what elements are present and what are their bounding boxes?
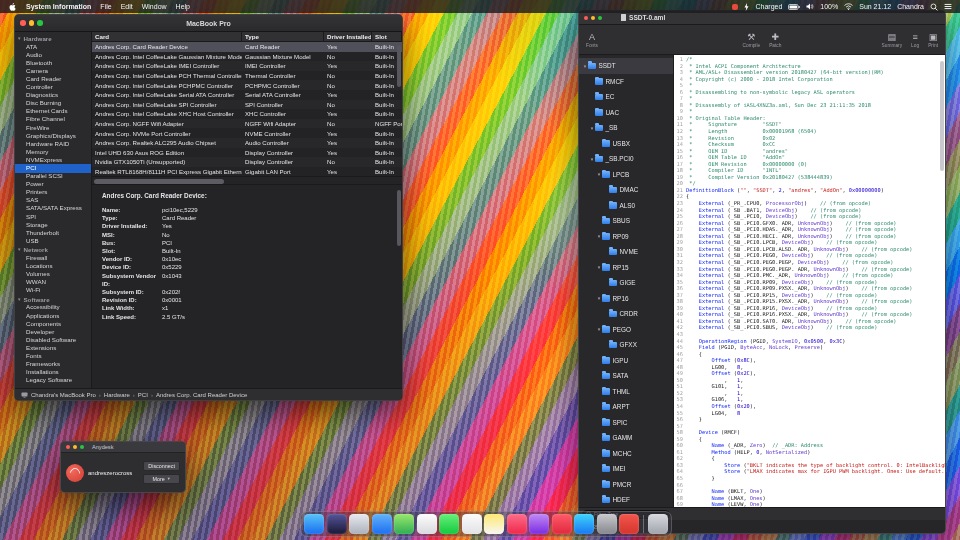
battery-percent-label[interactable]: 100% [820, 3, 838, 10]
battery-status-label[interactable]: Charged [755, 3, 782, 10]
app-menu-title[interactable]: System Information [26, 3, 91, 10]
anydesk-menu-icon[interactable] [732, 4, 738, 10]
sidebar-item-firewall[interactable]: Firewall [15, 254, 91, 262]
table-row[interactable]: Andres Corp. Intel CoffeeLake Serial ATA… [92, 90, 402, 100]
patch-button[interactable]: ✚Patch [769, 32, 781, 48]
dock-icon-notes[interactable] [484, 514, 504, 534]
apple-menu[interactable] [8, 2, 17, 12]
minimize-button[interactable] [73, 445, 77, 449]
sidebar-item-fibre-channel[interactable]: Fibre Channel [15, 116, 91, 124]
notification-center-icon[interactable] [944, 3, 952, 10]
tree-node-ssdt[interactable]: ▾SSDT [579, 58, 673, 74]
sidebar-item-graphics-displays[interactable]: Graphics/Displays [15, 132, 91, 140]
sidebar-item-sas[interactable]: SAS [15, 197, 91, 205]
zoom-button[interactable] [37, 20, 43, 26]
code-editor[interactable]: 1/*2 * Intel ACPI Component Architecture… [674, 55, 945, 507]
code-vertical-scrollbar[interactable] [940, 61, 944, 171]
tree-node-nvme[interactable]: NVME [579, 244, 673, 260]
tree-node-arpt[interactable]: ARPT [579, 399, 673, 415]
scrollbar-thumb[interactable] [94, 179, 224, 184]
sidebar-item-fonts[interactable]: Fonts [15, 352, 91, 360]
sidebar-item-components[interactable]: Components [15, 320, 91, 328]
dock-icon-app-store[interactable] [574, 514, 594, 534]
table-row[interactable]: Andres Corp. Intel CoffeeLake PCH Therma… [92, 71, 402, 81]
dock-icon-siri[interactable] [327, 514, 347, 534]
table-row[interactable]: Intel UHD 630 Asus ROG EditionDisplay Co… [92, 148, 402, 158]
tree-node-gige[interactable]: GIGE [579, 275, 673, 291]
table-row[interactable]: Andres Corp. Intel CoffeeLake PCHPMC Con… [92, 80, 402, 90]
sidebar-item-wwan[interactable]: WWAN [15, 279, 91, 287]
dock-icon-photos[interactable] [417, 514, 437, 534]
tree-node-hdef[interactable]: HDEF [579, 492, 673, 507]
table-row[interactable]: Nvidia GTX1050Ti (Unsupported)Display Co… [92, 157, 402, 167]
tree-node-imei[interactable]: IMEI [579, 461, 673, 477]
zoom-button[interactable] [80, 445, 84, 449]
breadcrumb-item[interactable]: Chandra's MacBook Pro [31, 392, 96, 398]
tree-node-lpcb[interactable]: ▾LPCB [579, 167, 673, 183]
print-button[interactable]: ▣Print [928, 32, 938, 48]
volume-icon[interactable] [806, 3, 814, 10]
sidebar-item-hardware-raid[interactable]: Hardware RAID [15, 140, 91, 148]
sidebar-item-power[interactable]: Power [15, 181, 91, 189]
table-vertical-scrollbar[interactable] [397, 45, 401, 87]
tree-node-sb[interactable]: ▾_SB [579, 120, 673, 136]
sidebar-section-network[interactable]: ▼Network [15, 245, 91, 254]
sidebar-item-usb[interactable]: USB [15, 237, 91, 245]
sidebar-item-storage[interactable]: Storage [15, 221, 91, 229]
sidebar-item-nvmexpress[interactable]: NVMExpress [15, 156, 91, 164]
menu-clock[interactable]: Sun 21.12 [859, 3, 891, 10]
close-button[interactable] [66, 445, 70, 449]
battery-icon[interactable] [788, 4, 800, 10]
sidebar-item-diagnostics[interactable]: Diagnostics [15, 92, 91, 100]
maciasl-titlebar[interactable]: SSDT-0.aml [579, 11, 945, 25]
sidebar-item-accessibility[interactable]: Accessibility [15, 304, 91, 312]
sidebar-item-bluetooth[interactable]: Bluetooth [15, 59, 91, 67]
disconnect-button[interactable]: Disconnect [143, 461, 180, 471]
dock-icon-mail[interactable] [372, 514, 392, 534]
tree-node-pego[interactable]: ▾PEGO [579, 322, 673, 338]
sidebar-item-spi[interactable]: SPI [15, 213, 91, 221]
sidebar-section-hardware[interactable]: ▼Hardware [15, 34, 91, 43]
dock-icon-news[interactable] [552, 514, 572, 534]
sidebar-item-installations[interactable]: Installations [15, 369, 91, 377]
dock-icon-finder[interactable] [304, 514, 324, 534]
sidebar-item-printers[interactable]: Printers [15, 189, 91, 197]
breadcrumb-item[interactable]: PCI [138, 392, 148, 398]
sidebar-item-ata[interactable]: ATA [15, 43, 91, 51]
details-vertical-scrollbar[interactable] [397, 190, 401, 246]
sidebar-item-camera[interactable]: Camera [15, 67, 91, 75]
sidebar-item-applications[interactable]: Applications [15, 312, 91, 320]
tree-node-thml[interactable]: THML [579, 384, 673, 400]
anydesk-titlebar[interactable]: Anydesk [61, 442, 185, 453]
sidebar-item-firewire[interactable]: FireWire [15, 124, 91, 132]
table-row[interactable]: Andres Corp. Card Reader DeviceCard Read… [92, 42, 402, 52]
dock-icon-podcasts[interactable] [529, 514, 549, 534]
tree-node-rmcf[interactable]: RMCF [579, 74, 673, 90]
more-button[interactable]: More ▼ [143, 474, 180, 484]
tree-node-crdr[interactable]: CRDR [579, 306, 673, 322]
table-horizontal-scrollbar[interactable] [92, 176, 402, 185]
zoom-button[interactable] [598, 16, 602, 20]
close-button[interactable] [584, 16, 588, 20]
tree-node-mchc[interactable]: MCHC [579, 446, 673, 462]
dock-icon-calendar[interactable] [462, 514, 482, 534]
fonts-button[interactable]: AFonts [586, 32, 598, 48]
sidebar-item-extensions[interactable]: Extensions [15, 344, 91, 352]
sidebar-item-wi-fi[interactable]: Wi-Fi [15, 287, 91, 295]
table-row[interactable]: Andres Corp. NVMe Port ControllerNVME Co… [92, 128, 402, 138]
breadcrumb-item[interactable]: Andres Corp. Card Reader Device [156, 392, 247, 398]
dock-icon-launchpad[interactable] [349, 514, 369, 534]
dock-icon-anydesk[interactable] [619, 514, 639, 534]
sidebar-item-locations[interactable]: Locations [15, 262, 91, 270]
sidebar-item-memory[interactable]: Memory [15, 148, 91, 156]
sidebar-item-developer[interactable]: Developer [15, 328, 91, 336]
sidebar-item-disabled-software[interactable]: Disabled Software [15, 336, 91, 344]
dock-icon-music[interactable] [507, 514, 527, 534]
tree-node-gfxx[interactable]: GFXX [579, 337, 673, 353]
spotlight-icon[interactable] [930, 3, 938, 11]
sidebar-item-thunderbolt[interactable]: Thunderbolt [15, 229, 91, 237]
menu-edit[interactable]: Edit [121, 3, 133, 10]
sysinfo-titlebar[interactable]: MacBook Pro [15, 15, 402, 32]
tree-node-igpu[interactable]: IGPU [579, 353, 673, 369]
tree-node-gamm[interactable]: GAMM [579, 430, 673, 446]
